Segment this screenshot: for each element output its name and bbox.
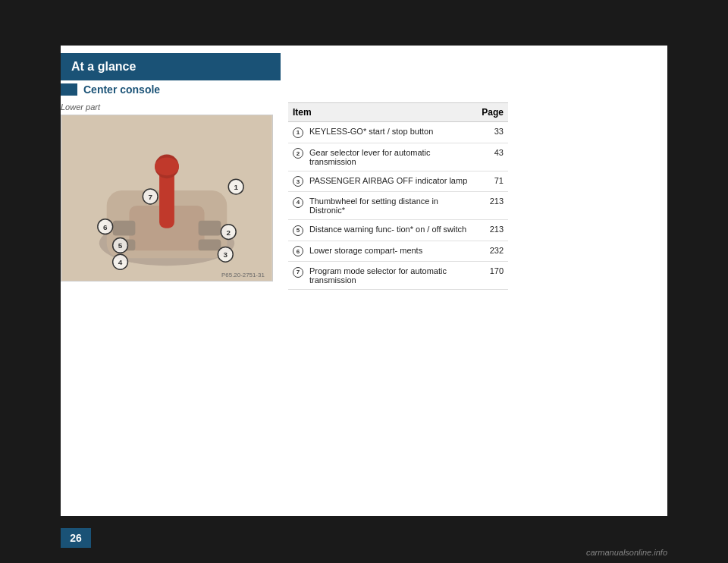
row-item: KEYLESS-GO* start / stop button [305,122,477,143]
svg-text:5: 5 [118,241,123,250]
items-table: Item Page 1KEYLESS-GO* start / stop butt… [288,102,508,290]
left-panel: Lower part [61,102,273,290]
page-number-badge: 26 [61,528,91,548]
page-number: 26 [70,532,82,544]
table-row: 4Thumbwheel for setting distance in Dist… [288,192,508,220]
svg-point-6 [155,157,179,175]
header-title: At a glance [71,60,136,74]
svg-text:4: 4 [118,258,123,266]
row-number: 5 [288,220,305,241]
row-number: 7 [288,262,305,290]
watermark: carmanualsonline.info [586,548,667,557]
table-row: 3PASSENGER AIRBAG OFF indicator lamp71 [288,171,508,192]
right-panel: Item Page 1KEYLESS-GO* start / stop butt… [288,102,508,290]
item-number-circle: 4 [293,197,303,208]
svg-text:2: 2 [226,228,231,237]
row-item: Program mode selector for automatic tran… [305,262,477,290]
row-number: 4 [288,192,305,220]
row-number: 3 [288,171,305,192]
subtitle-bar: Center console [61,83,160,96]
row-page: 170 [477,262,508,290]
svg-text:3: 3 [224,250,228,259]
subtitle-box-icon [61,83,77,96]
car-interior-image: 1 2 3 4 5 6 7 P65.20-2751-3 [61,115,273,282]
svg-text:1: 1 [234,183,238,191]
item-col-header: Item [288,103,477,122]
svg-rect-10 [199,240,221,251]
subtitle-text: Center console [83,83,160,96]
item-number-circle: 6 [293,246,303,256]
svg-text:P65.20-2751-31: P65.20-2751-31 [221,272,265,278]
svg-rect-9 [199,221,221,236]
row-page: 43 [477,143,508,171]
page-col-header: Page [477,103,508,122]
table-row: 1KEYLESS-GO* start / stop button33 [288,122,508,143]
row-item: Distance warning func- tion* on / off sw… [305,220,477,241]
svg-rect-7 [113,221,136,236]
table-row: 5Distance warning func- tion* on / off s… [288,220,508,241]
row-item: Lower storage compart- ments [305,241,477,262]
content-area: Lower part [61,102,508,290]
table-row: 6Lower storage compart- ments232 [288,241,508,262]
row-page: 213 [477,192,508,220]
row-number: 6 [288,241,305,262]
item-number-circle: 1 [293,127,303,138]
row-page: 71 [477,171,508,192]
row-page: 232 [477,241,508,262]
svg-text:6: 6 [103,223,108,231]
row-page: 33 [477,122,508,143]
item-number-circle: 2 [293,148,303,159]
item-number-circle: 5 [293,225,303,236]
row-page: 213 [477,220,508,241]
row-number: 2 [288,143,305,171]
table-row: 2Gear selector lever for automatic trans… [288,143,508,171]
car-interior-svg: 1 2 3 4 5 6 7 P65.20-2751-3 [61,115,272,281]
item-number-circle: 3 [293,176,303,187]
lower-part-label: Lower part [61,102,273,112]
table-row: 7Program mode selector for automatic tra… [288,262,508,290]
header-bar: At a glance [61,53,281,80]
row-item: Gear selector lever for automatic transm… [305,143,477,171]
row-item: Thumbwheel for setting distance in Distr… [305,192,477,220]
item-number-circle: 7 [293,267,303,278]
row-number: 1 [288,122,305,143]
row-item: PASSENGER AIRBAG OFF indicator lamp [305,171,477,192]
svg-text:7: 7 [148,193,152,201]
